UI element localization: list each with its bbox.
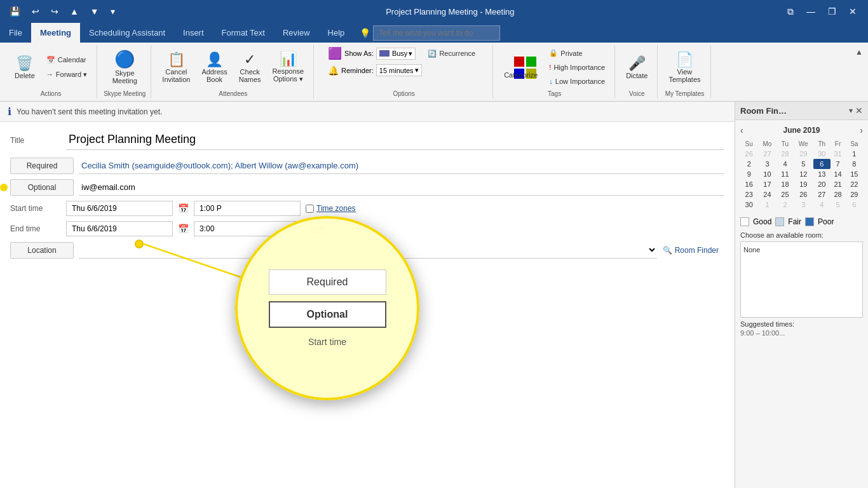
tell-me-input[interactable] — [373, 25, 500, 41]
required-input[interactable] — [79, 158, 724, 174]
cal-day-18[interactable]: 18 — [777, 179, 794, 189]
recurrence-button[interactable]: 🔄 Recurrence — [423, 47, 480, 60]
delete-button[interactable]: 🗑️ Delete — [10, 52, 39, 83]
address-book-button[interactable]: 👤 AddressBook — [197, 48, 231, 86]
cal-day-3b[interactable]: 3 — [793, 200, 813, 210]
cal-day-10[interactable]: 10 — [757, 169, 776, 179]
check-names-button[interactable]: ✓ CheckNames — [234, 48, 266, 86]
cal-day-5[interactable]: 5 — [793, 159, 813, 169]
cal-day-15[interactable]: 15 — [846, 169, 863, 179]
maximize-button[interactable]: ❐ — [823, 4, 841, 20]
room-finder-button[interactable]: 🔍 Room Finder — [657, 243, 724, 258]
cal-day-4b[interactable]: 4 — [813, 200, 830, 210]
cal-day-25[interactable]: 25 — [777, 189, 794, 200]
context-menu-optional[interactable]: Optional — [269, 301, 386, 328]
cal-day-19[interactable]: 19 — [793, 179, 813, 189]
end-calendar-icon[interactable]: 📅 — [178, 224, 189, 234]
high-importance-button[interactable]: ! High Importance — [545, 61, 609, 74]
save-button[interactable]: 💾 — [6, 5, 24, 18]
cal-day-28a[interactable]: 28 — [777, 149, 794, 159]
cal-day-6b[interactable]: 6 — [846, 200, 863, 210]
tab-file[interactable]: File — [0, 23, 31, 43]
cal-day-13[interactable]: 13 — [813, 169, 830, 179]
close-button[interactable]: ✕ — [844, 4, 862, 20]
context-menu-start-time[interactable]: Start time — [308, 337, 346, 347]
panel-close-button[interactable]: ✕ — [855, 105, 863, 116]
cal-day-11[interactable]: 11 — [777, 169, 794, 179]
cal-day-20[interactable]: 20 — [813, 179, 830, 189]
start-time-input[interactable] — [194, 201, 301, 216]
cal-day-31a[interactable]: 31 — [831, 149, 846, 159]
tab-scheduling[interactable]: Scheduling Assistant — [80, 23, 174, 43]
move-up-button[interactable]: ▲ — [67, 5, 82, 18]
redo-button[interactable]: ↪ — [48, 5, 62, 18]
start-date-input[interactable] — [66, 201, 173, 216]
cal-day-14[interactable]: 14 — [831, 169, 846, 179]
cal-day-12[interactable]: 12 — [793, 169, 813, 179]
cal-day-26a[interactable]: 26 — [740, 149, 757, 159]
required-button[interactable]: Required — [10, 158, 74, 174]
cal-day-5b[interactable]: 5 — [831, 200, 846, 210]
cal-day-21[interactable]: 21 — [831, 179, 846, 189]
cal-day-9[interactable]: 9 — [740, 169, 757, 179]
timezone-link[interactable]: Time zones — [316, 204, 356, 213]
private-button[interactable]: 🔒 Private — [545, 46, 609, 60]
cal-day-8[interactable]: 8 — [846, 159, 863, 169]
cal-day-2b[interactable]: 2 — [777, 200, 794, 210]
forward-button[interactable]: → Forward ▾ — [42, 68, 92, 81]
low-importance-button[interactable]: ↓ Low Importance — [545, 75, 609, 88]
cal-day-16[interactable]: 16 — [740, 179, 757, 189]
start-calendar-icon[interactable]: 📅 — [178, 203, 189, 214]
room-none[interactable]: None — [743, 245, 860, 255]
cal-day-6-today[interactable]: 6 — [813, 159, 830, 169]
cal-day-27b[interactable]: 27 — [813, 189, 830, 200]
reminder-dropdown[interactable]: 15 minutes ▾ — [376, 64, 422, 76]
cal-day-1b[interactable]: 1 — [757, 200, 776, 210]
cal-day-26b[interactable]: 26 — [793, 189, 813, 200]
ribbon-collapse-button[interactable]: ▲ — [855, 48, 863, 57]
window-other-button[interactable]: ⧉ — [782, 4, 799, 20]
cal-day-1[interactable]: 1 — [846, 149, 863, 159]
cal-next-button[interactable]: › — [860, 125, 863, 135]
cal-day-30[interactable]: 30 — [740, 200, 757, 210]
cancel-invitation-button[interactable]: 📋 CancelInvitation — [158, 48, 194, 86]
cal-day-28b[interactable]: 28 — [831, 189, 846, 200]
cal-day-29b[interactable]: 29 — [846, 189, 863, 200]
tab-review[interactable]: Review — [274, 23, 319, 43]
show-as-dropdown[interactable]: Busy ▾ — [376, 48, 416, 60]
view-templates-button[interactable]: 📄 ViewTemplates — [664, 48, 705, 86]
tab-format-text[interactable]: Format Text — [213, 23, 274, 43]
calendar-button[interactable]: 📅 Calendar — [42, 53, 92, 67]
tab-insert[interactable]: Insert — [174, 23, 213, 43]
cal-day-30a[interactable]: 30 — [813, 149, 830, 159]
cal-day-4[interactable]: 4 — [777, 159, 794, 169]
undo-button[interactable]: ↩ — [29, 5, 43, 18]
optional-button[interactable]: Optional — [10, 179, 74, 196]
title-input[interactable] — [66, 130, 724, 150]
cal-day-24[interactable]: 24 — [757, 189, 776, 200]
allday-checkbox[interactable] — [306, 205, 314, 213]
tab-help[interactable]: Help — [319, 23, 354, 43]
cal-day-7[interactable]: 7 — [831, 159, 846, 169]
context-menu-required[interactable]: Required — [269, 269, 386, 295]
tab-meeting[interactable]: Meeting — [31, 23, 80, 43]
optional-input[interactable] — [79, 179, 724, 196]
cal-day-29a[interactable]: 29 — [793, 149, 813, 159]
cal-day-17[interactable]: 17 — [757, 179, 776, 189]
minimize-button[interactable]: — — [801, 4, 820, 20]
categorize-button[interactable]: Categorize — [499, 53, 542, 82]
skype-meeting-button[interactable]: 🔵 SkypeMeeting — [108, 46, 142, 88]
cal-day-22[interactable]: 22 — [846, 179, 863, 189]
cal-day-27a[interactable]: 27 — [757, 149, 776, 159]
location-button[interactable]: Location — [10, 242, 74, 259]
cal-prev-button[interactable]: ‹ — [740, 125, 743, 135]
panel-dropdown-arrow[interactable]: ▾ — [849, 106, 853, 115]
qat-more-button[interactable]: ▾ — [107, 5, 118, 18]
cal-day-23[interactable]: 23 — [740, 189, 757, 200]
cal-day-2[interactable]: 2 — [740, 159, 757, 169]
response-options-button[interactable]: 📊 ResponseOptions ▾ — [268, 48, 309, 86]
end-date-input[interactable] — [66, 221, 173, 236]
dictate-button[interactable]: 🎤 Dictate — [621, 52, 652, 83]
move-down-button[interactable]: ▼ — [87, 5, 102, 18]
cal-day-3[interactable]: 3 — [757, 159, 776, 169]
